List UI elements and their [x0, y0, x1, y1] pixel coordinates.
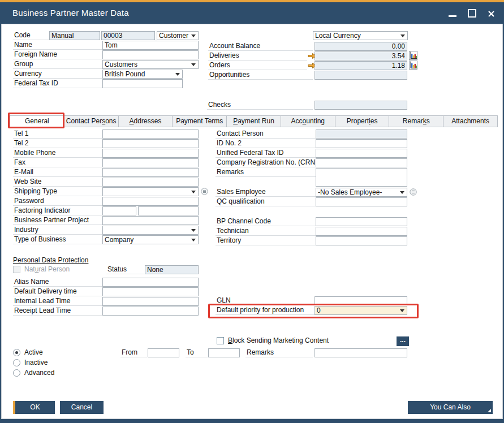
- tel2-field[interactable]: [102, 139, 199, 148]
- you-can-also-button[interactable]: You Can Also: [408, 401, 493, 414]
- display-currency-value: Local Currency: [315, 32, 361, 40]
- password-label: Password: [13, 197, 102, 206]
- foreign-name-field[interactable]: [102, 50, 199, 59]
- orders-chart-icon[interactable]: [409, 61, 417, 70]
- group-value: Customers: [105, 61, 137, 68]
- alias-name-field[interactable]: [102, 278, 199, 287]
- maximize-icon[interactable]: [468, 8, 476, 18]
- bp-type-value: Customer: [159, 32, 188, 40]
- contact-person-field[interactable]: [316, 130, 407, 139]
- territory-field[interactable]: [316, 236, 407, 245]
- federal-tax-id-field[interactable]: [102, 79, 183, 88]
- block-marketing-label: Block Sending Marketing Content: [228, 336, 329, 346]
- cancel-button[interactable]: Cancel: [60, 401, 104, 414]
- technician-field[interactable]: [316, 227, 407, 236]
- bp-channel-code-field[interactable]: [316, 217, 407, 226]
- sales-employee-options-icon[interactable]: [410, 188, 417, 196]
- website-label: Web Site: [13, 178, 102, 187]
- shipping-type-options-icon[interactable]: [201, 188, 208, 195]
- tab-attachments[interactable]: Attachments: [443, 115, 498, 127]
- opportunities-field[interactable]: [315, 71, 407, 80]
- tab-contact-persons[interactable]: Contact Persons: [64, 115, 119, 127]
- id-no2-field[interactable]: [316, 139, 407, 148]
- factoring-indicator-desc-field[interactable]: [138, 206, 199, 215]
- inactive-radio[interactable]: [13, 359, 20, 366]
- default-delivery-time-label: Default Delivery time: [13, 287, 102, 296]
- industry-select[interactable]: [102, 226, 199, 235]
- mobile-phone-field[interactable]: [102, 149, 199, 158]
- bp-type-select[interactable]: Customer: [157, 31, 199, 40]
- active-label: Active: [24, 348, 43, 357]
- crn-field[interactable]: [316, 158, 407, 167]
- advanced-radio[interactable]: [13, 369, 20, 377]
- from-date-field[interactable]: [148, 348, 179, 357]
- chevron-down-icon: [191, 34, 196, 37]
- deliveries-chart-icon[interactable]: [409, 51, 417, 60]
- default-delivery-time-field[interactable]: [102, 287, 199, 296]
- from-label: From: [120, 348, 147, 357]
- block-marketing-checkbox[interactable]: [217, 337, 224, 344]
- factoring-indicator-code-field[interactable]: [102, 206, 136, 215]
- qc-qualification-field[interactable]: [316, 197, 407, 206]
- factoring-indicator-label: Factoring Indicator: [13, 206, 102, 215]
- tel1-label: Tel 1: [13, 130, 102, 139]
- currency-select[interactable]: British Pound: [102, 70, 183, 79]
- type-of-business-select[interactable]: Company: [102, 235, 199, 244]
- tab-payment-terms[interactable]: Payment Terms: [173, 115, 227, 127]
- to-date-field[interactable]: [208, 348, 240, 357]
- tab-general[interactable]: General: [10, 115, 64, 127]
- group-select[interactable]: Customers: [102, 60, 199, 69]
- ok-button[interactable]: OK: [13, 401, 55, 414]
- tab-addresses[interactable]: Addresses: [119, 115, 173, 127]
- tab-properties[interactable]: Properties: [335, 115, 390, 127]
- tab-remarks[interactable]: Remarks: [389, 115, 443, 127]
- unified-federal-tax-id-field[interactable]: [316, 149, 407, 158]
- sales-employee-select[interactable]: -No Sales Employee-: [316, 188, 407, 197]
- password-field[interactable]: [102, 197, 199, 206]
- default-priority-select[interactable]: 0: [315, 306, 407, 315]
- business-partner-master-data-window: Business Partner Master Data Code Manual…: [0, 0, 504, 423]
- bp-project-field[interactable]: [102, 216, 199, 225]
- shipping-type-label: Shipping Type: [13, 187, 102, 196]
- name-field[interactable]: Tom: [102, 41, 199, 50]
- code-number-field[interactable]: 00003: [101, 31, 155, 40]
- gln-field[interactable]: [315, 296, 407, 305]
- close-icon[interactable]: [488, 8, 495, 18]
- active-radio[interactable]: [13, 349, 20, 356]
- receipt-lead-time-field[interactable]: [102, 307, 199, 316]
- tab-accounting[interactable]: Accounting: [281, 115, 335, 127]
- orders-field[interactable]: 1.18: [315, 61, 407, 70]
- tel2-label: Tel 2: [13, 139, 102, 148]
- status-remarks-label: Remarks: [245, 348, 313, 357]
- chevron-down-icon: [191, 239, 196, 241]
- mobile-phone-label: Mobile Phone: [13, 149, 102, 158]
- email-field[interactable]: [102, 168, 199, 177]
- account-balance-field[interactable]: 0.00: [315, 42, 407, 51]
- inactive-label: Inactive: [24, 359, 48, 368]
- display-currency-select[interactable]: Local Currency: [313, 31, 408, 40]
- personal-data-protection-heading: Personal Data Protection: [13, 256, 88, 264]
- chevron-down-icon: [400, 34, 405, 37]
- code-series-field[interactable]: Manual: [49, 31, 100, 40]
- shipping-type-select[interactable]: [102, 187, 199, 196]
- titlebar[interactable]: Business Partner Master Data: [0, 2, 504, 24]
- tel1-field[interactable]: [102, 130, 199, 139]
- status-remarks-field[interactable]: [315, 348, 407, 357]
- name-label: Name: [13, 41, 102, 50]
- federal-tax-id-label: Federal Tax ID: [13, 79, 102, 88]
- sales-employee-value: -No Sales Employee-: [318, 188, 382, 196]
- bp-remarks-label: Remarks: [216, 168, 316, 177]
- chevron-down-icon: [175, 73, 180, 76]
- internal-lead-time-field[interactable]: [102, 297, 199, 306]
- bp-remarks-field[interactable]: [316, 168, 407, 187]
- minimize-icon[interactable]: [449, 8, 456, 18]
- deliveries-field[interactable]: 3.54: [315, 51, 407, 61]
- ellipsis-button[interactable]: ...: [397, 336, 409, 346]
- checks-field[interactable]: [315, 101, 407, 110]
- foreign-name-label: Foreign Name: [13, 50, 102, 59]
- website-field[interactable]: [102, 178, 199, 187]
- tab-payment-run[interactable]: Payment Run: [227, 115, 281, 127]
- deliveries-label: Deliveries: [208, 51, 307, 61]
- industry-label: Industry: [13, 226, 102, 235]
- fax-field[interactable]: [102, 158, 199, 167]
